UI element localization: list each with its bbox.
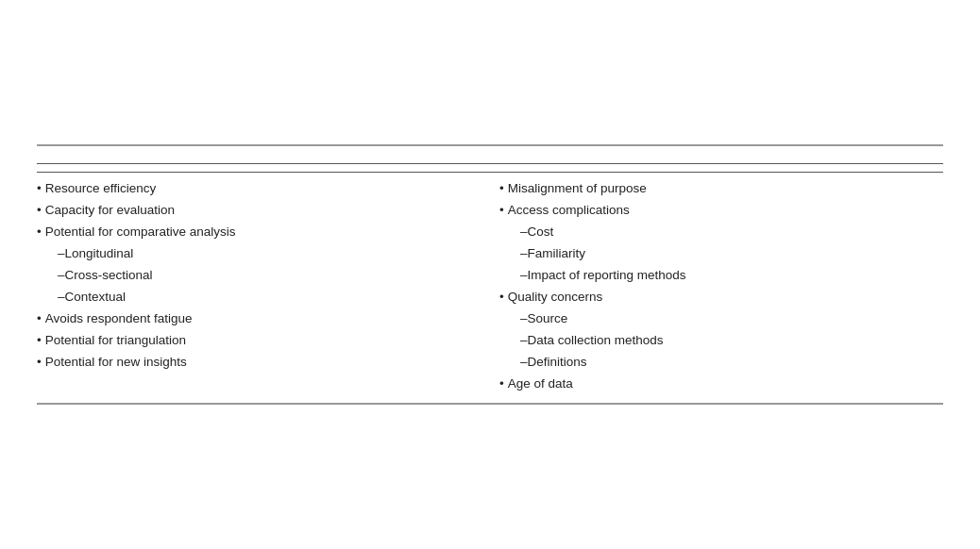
- bullet-icon: •: [37, 222, 42, 243]
- advantage-text: Avoids respondent fatigue: [45, 308, 193, 330]
- bullet-icon: •: [37, 352, 42, 374]
- disadvantage-item: •Access complications: [499, 200, 943, 222]
- disadvantage-text: Quality concerns: [508, 287, 603, 308]
- advantage-item: •Capacity for evaluation: [37, 200, 471, 222]
- bullet-icon: •: [499, 374, 504, 395]
- disadvantages-column: •Misalignment of purpose•Access complica…: [490, 178, 943, 394]
- bullet-icon: •: [499, 178, 504, 200]
- advantage-subitem: –Contextual: [37, 287, 471, 308]
- bullet-icon: •: [499, 287, 504, 308]
- table-area: •Resource efficiency•Capacity for evalua…: [37, 163, 943, 394]
- disadvantage-subitem: –Data collection methods: [499, 330, 943, 352]
- bullet-icon: •: [37, 200, 42, 222]
- disadvantage-text: Misalignment of purpose: [508, 178, 647, 200]
- bottom-border: [37, 403, 943, 405]
- disadvantage-subitem: –Familiarity: [499, 243, 943, 265]
- disadvantage-subitem: –Cost: [499, 222, 943, 243]
- disadvantage-text: Access complications: [508, 200, 630, 222]
- disadvantage-subitem: –Definitions: [499, 352, 943, 374]
- bullet-icon: •: [37, 308, 42, 330]
- advantage-item: •Potential for triangulation: [37, 330, 471, 352]
- advantage-subitem: –Cross-sectional: [37, 265, 471, 287]
- top-border: [37, 144, 943, 146]
- advantage-text: Potential for new insights: [45, 352, 187, 374]
- content-row: •Resource efficiency•Capacity for evalua…: [37, 178, 943, 394]
- column-headers: [37, 163, 943, 173]
- bullet-icon: •: [499, 200, 504, 222]
- advantage-item: •Potential for new insights: [37, 352, 471, 374]
- bullet-icon: •: [37, 330, 42, 352]
- exhibit-box: •Resource efficiency•Capacity for evalua…: [37, 144, 943, 404]
- advantage-item: •Potential for comparative analysis: [37, 222, 471, 243]
- advantage-text: Potential for comparative analysis: [45, 222, 236, 243]
- disadvantage-item: •Misalignment of purpose: [499, 178, 943, 200]
- advantage-subitem: –Longitudinal: [37, 243, 471, 265]
- bullet-icon: •: [37, 178, 42, 200]
- disadvantage-text: Age of data: [508, 374, 573, 395]
- page-container: •Resource efficiency•Capacity for evalua…: [0, 0, 980, 549]
- disadvantage-subitem: –Impact of reporting methods: [499, 265, 943, 287]
- advantages-column: •Resource efficiency•Capacity for evalua…: [37, 178, 490, 373]
- advantage-text: Potential for triangulation: [45, 330, 186, 352]
- disadvantage-item: •Quality concerns: [499, 287, 943, 308]
- disadvantage-subitem: –Source: [499, 308, 943, 330]
- advantage-text: Capacity for evaluation: [45, 200, 175, 222]
- disadvantage-item: •Age of data: [499, 374, 943, 395]
- advantage-item: •Resource efficiency: [37, 178, 471, 200]
- advantage-text: Resource efficiency: [45, 178, 157, 200]
- advantage-item: •Avoids respondent fatigue: [37, 308, 471, 330]
